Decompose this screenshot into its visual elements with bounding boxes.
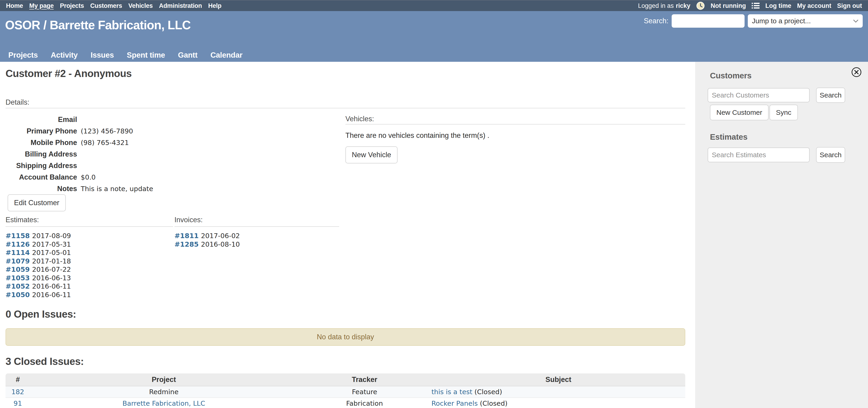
estimate-date: 2016-06-11 (32, 291, 71, 299)
list-item: #11142017-05-01 (5, 248, 71, 257)
tab-spent-time[interactable]: Spent time (127, 51, 165, 60)
column-header-tracker: Tracker (298, 375, 431, 384)
timer-status[interactable]: Not running (711, 2, 746, 9)
right-sidebar: Customers Search New Customer Sync Estim… (695, 62, 868, 408)
no-data-banner: No data to display (5, 328, 685, 346)
edit-customer-button[interactable]: Edit Customer (8, 194, 66, 211)
estimate-link[interactable]: #1052 (5, 282, 30, 290)
detail-row: Shipping Address (5, 160, 153, 171)
my-account-link[interactable]: My account (797, 2, 831, 9)
menu-item-administration[interactable]: Administration (159, 2, 202, 9)
sidebar-close-icon[interactable] (851, 67, 862, 77)
estimate-date: 2017-05-31 (32, 240, 71, 248)
estimate-date: 2016-06-11 (32, 282, 71, 290)
detail-row: Primary Phone(123) 456-7890 (5, 126, 153, 137)
page-title: OSOR / Barrette Fabrication, LLC (5, 18, 191, 32)
table-row: 182 Redmine Feature this is a test(Close… (5, 386, 685, 398)
estimate-link[interactable]: #1053 (5, 274, 30, 282)
closed-issues-heading: 3 Closed Issues: (5, 356, 84, 367)
estimate-link[interactable]: #1050 (5, 291, 30, 299)
estimate-date: 2017-01-18 (32, 257, 71, 265)
search-customers-button[interactable]: Search (816, 88, 845, 103)
invoice-date: 2017-06-02 (201, 232, 240, 240)
menu-item-projects[interactable]: Projects (60, 2, 84, 9)
estimates-list: #11582017-08-09 #11262017-05-31 #1114201… (5, 232, 71, 299)
search-estimates-button[interactable]: Search (816, 147, 845, 163)
log-time-link[interactable]: Log time (765, 2, 792, 9)
menu-item-customers[interactable]: Customers (90, 2, 122, 9)
details-divider (5, 108, 685, 108)
sign-out-link[interactable]: Sign out (837, 2, 862, 9)
search-estimates-input[interactable] (708, 147, 810, 162)
logged-in-text: Logged in as ricky (638, 2, 690, 9)
tab-gantt[interactable]: Gantt (178, 51, 197, 60)
top-right-area: Logged in as ricky Not running Log time … (638, 1, 862, 10)
new-vehicle-button[interactable]: New Vehicle (345, 146, 398, 163)
search-customers-input[interactable] (708, 88, 810, 102)
tab-calendar[interactable]: Calendar (210, 51, 243, 60)
header-search-area: Search: Jump to a project... (644, 14, 863, 28)
detail-row: Mobile Phone(98) 765-4321 (5, 137, 153, 148)
issue-subject-link[interactable]: this is a test (431, 388, 472, 396)
invoices-divider (175, 226, 339, 227)
timer-list-icon[interactable] (752, 3, 760, 9)
sidebar-estimates-heading: Estimates (710, 132, 748, 141)
estimate-link[interactable]: #1114 (5, 249, 30, 257)
menu-item-home[interactable]: Home (6, 2, 23, 9)
estimate-link[interactable]: #1158 (5, 232, 30, 240)
detail-row: Account Balance$0.0 (5, 171, 153, 183)
sync-button[interactable]: Sync (770, 105, 798, 120)
estimate-link[interactable]: #1126 (5, 240, 30, 248)
global-search-input[interactable] (672, 14, 745, 28)
tab-projects[interactable]: Projects (8, 51, 38, 60)
issue-tracker: Feature (352, 388, 377, 396)
issue-subject-link[interactable]: Rocker Panels (431, 400, 478, 407)
list-item: #12852016-08-10 (175, 240, 240, 249)
customer-details-table: Email Primary Phone(123) 456-7890 Mobile… (5, 114, 153, 195)
tab-issues[interactable]: Issues (91, 51, 114, 60)
list-item: #10502016-06-11 (5, 291, 71, 299)
issue-tracker: Fabrication (346, 400, 383, 407)
column-header-subject: Subject (431, 375, 685, 384)
menu-item-vehicles[interactable]: Vehicles (128, 2, 153, 9)
estimate-link[interactable]: #1059 (5, 266, 30, 273)
list-item: #11262017-05-31 (5, 240, 71, 249)
no-data-text: No data to display (317, 333, 374, 341)
new-customer-button[interactable]: New Customer (710, 105, 769, 120)
timer-clock-icon[interactable] (696, 1, 705, 10)
list-item: #10532016-06-13 (5, 274, 71, 282)
list-item: #10792017-01-18 (5, 257, 71, 266)
menu-item-my-page[interactable]: My page (29, 2, 54, 9)
sidebar-customers-heading: Customers (710, 71, 751, 80)
column-header-project: Project (30, 375, 298, 384)
closed-issues-table: # Project Tracker Subject 182 Redmine Fe… (5, 373, 685, 408)
app-window: Home My page Projects Customers Vehicles… (0, 0, 868, 408)
estimates-section-label: Estimates: (5, 216, 39, 224)
estimate-link[interactable]: #1079 (5, 257, 30, 265)
detail-row: NotesThis is a note, update (5, 183, 153, 195)
invoices-list: #18112017-06-02 #12852016-08-10 (175, 232, 240, 248)
menu-item-help[interactable]: Help (208, 2, 221, 9)
issue-id-link[interactable]: 182 (11, 388, 24, 396)
issue-status: (Closed) (480, 400, 507, 407)
estimates-divider (5, 226, 173, 227)
vehicles-section-label: Vehicles: (345, 115, 374, 123)
top-menu: Home My page Projects Customers Vehicles… (6, 2, 221, 9)
invoice-link[interactable]: #1285 (175, 240, 199, 248)
issue-id-link[interactable]: 91 (13, 400, 22, 407)
vehicles-divider (345, 124, 685, 125)
estimate-date: 2016-06-13 (32, 274, 71, 282)
detail-row: Billing Address (5, 148, 153, 160)
top-menu-bar: Home My page Projects Customers Vehicles… (0, 0, 868, 11)
table-row: 91 Barrette Fabrication, LLC Fabrication… (5, 398, 685, 408)
project-jump-select[interactable]: Jump to a project... (748, 14, 863, 28)
username: ricky (676, 2, 690, 9)
column-header-id: # (5, 375, 30, 384)
issue-project-link[interactable]: Barrette Fabrication, LLC (123, 400, 205, 407)
logged-in-prefix: Logged in as (638, 2, 674, 9)
list-item: #18112017-06-02 (175, 232, 240, 240)
detail-row: Email (5, 114, 153, 126)
invoice-link[interactable]: #1811 (175, 232, 199, 240)
tab-activity[interactable]: Activity (51, 51, 78, 60)
list-item: #11582017-08-09 (5, 232, 71, 240)
